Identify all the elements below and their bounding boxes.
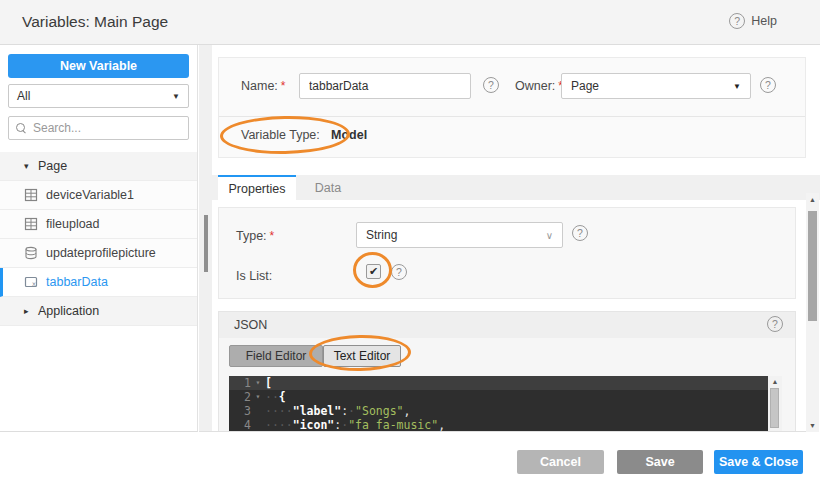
scroll-down-icon[interactable]: ▼ <box>806 422 819 429</box>
code-line: 4 ····"icon":·"fa fa-music", <box>229 418 768 432</box>
code-line: 1 ▾ [ <box>229 376 768 390</box>
sidebar-item-tabbardata[interactable]: x tabbarData <box>0 268 197 297</box>
json-code-editor[interactable]: 1 ▾ [ 2 ▾ ··{ 3 ····"label":·"Songs", 4 … <box>229 376 768 432</box>
help-label: Help <box>751 14 777 28</box>
tab-data[interactable]: Data <box>296 175 360 200</box>
type-value: String <box>366 228 397 242</box>
owner-value: Page <box>571 79 599 93</box>
content-bottom-border <box>199 431 806 432</box>
sidebar-item-application[interactable]: ▸ Application <box>0 297 197 326</box>
form-divider <box>219 116 805 117</box>
caret-down-icon: ▼ <box>172 92 180 101</box>
owner-help-icon[interactable]: ? <box>760 77 776 93</box>
save-close-button[interactable]: Save & Close <box>714 450 803 474</box>
panel-scrollbar[interactable] <box>199 45 212 432</box>
caret-down-icon: ▼ <box>733 82 741 91</box>
variables-dialog: Variables: Main Page ? Help New Variable… <box>0 0 820 487</box>
required-asterisk: * <box>281 79 286 93</box>
json-section-header: JSON ? <box>219 312 795 338</box>
grid-icon <box>24 217 38 231</box>
json-section: JSON ? Field Editor Text Editor 1 ▾ [ 2 … <box>218 311 796 432</box>
code-line: 3 ····"label":·"Songs", <box>229 404 768 418</box>
cancel-button[interactable]: Cancel <box>517 450 604 474</box>
grid-icon <box>24 188 38 202</box>
content-scrollbar[interactable]: ▲ ▼ <box>806 193 819 432</box>
fold-icon[interactable]: ▾ <box>251 376 265 390</box>
sidebar-item-updateprofilepicture[interactable]: updateprofilepicture <box>0 239 197 268</box>
help-icon: ? <box>729 13 745 29</box>
sidebar: New Variable All ▼ ▾ Page deviceVariable… <box>0 45 198 432</box>
variable-form-panel: Name:* ? Owner:* Page ▼ ? Variable Type:… <box>218 57 806 158</box>
tab-bar: Properties Data <box>212 175 820 200</box>
fold-icon[interactable]: ▾ <box>251 390 265 404</box>
variable-filter-select[interactable]: All ▼ <box>8 84 189 108</box>
tree-item-label: updateprofilepicture <box>46 246 156 260</box>
save-button[interactable]: Save <box>617 450 703 474</box>
is-list-label: Is List: <box>236 269 272 283</box>
svg-text:x: x <box>32 280 36 288</box>
tree-group-label: Application <box>38 304 99 318</box>
code-line: 2 ▾ ··{ <box>229 390 768 404</box>
scroll-up-icon[interactable]: ▲ <box>806 196 819 203</box>
field-editor-button[interactable]: Field Editor <box>229 345 323 367</box>
tree-item-label: fileupload <box>46 217 100 231</box>
check-icon: ✔ <box>369 265 378 278</box>
panel-scrollbar-thumb[interactable] <box>204 215 208 272</box>
variable-tree: ▾ Page deviceVariable1 fileupload update… <box>0 152 197 326</box>
name-input[interactable] <box>299 73 471 99</box>
owner-select[interactable]: Page ▼ <box>561 73 751 99</box>
search-icon <box>16 123 27 134</box>
search-input[interactable] <box>33 121 173 135</box>
required-asterisk: * <box>270 229 275 243</box>
json-help-icon[interactable]: ? <box>767 316 783 332</box>
type-help-icon[interactable]: ? <box>572 225 588 241</box>
sidebar-item-fileupload[interactable]: fileupload <box>0 210 197 239</box>
type-select[interactable]: String ∨ <box>356 222 563 248</box>
chevron-down-icon: ▾ <box>24 161 38 171</box>
sidebar-item-devicevariable1[interactable]: deviceVariable1 <box>0 181 197 210</box>
model-variable-icon: x <box>24 275 38 289</box>
tree-item-label: deviceVariable1 <box>46 188 134 202</box>
tree-item-label: tabbarData <box>46 275 108 289</box>
type-label: Type:* <box>236 229 274 243</box>
sidebar-item-page[interactable]: ▾ Page <box>0 152 197 181</box>
editor-scrollbar-thumb[interactable] <box>770 388 779 428</box>
tree-group-label: Page <box>38 159 67 173</box>
chevron-down-icon: ∨ <box>546 230 553 241</box>
properties-panel: Type:* String ∨ ? Is List: ✔ ? <box>218 207 796 299</box>
chevron-right-icon: ▸ <box>24 306 38 316</box>
help-button[interactable]: ? Help <box>729 13 777 29</box>
app-header: Variables: Main Page ? Help <box>0 0 820 45</box>
is-list-help-icon[interactable]: ? <box>391 264 407 280</box>
new-variable-button[interactable]: New Variable <box>8 54 189 78</box>
name-help-icon[interactable]: ? <box>483 77 499 93</box>
variable-type-label: Variable Type: <box>241 128 320 142</box>
text-editor-button[interactable]: Text Editor <box>323 345 401 367</box>
scroll-up-icon[interactable]: ▲ <box>768 378 782 385</box>
owner-label: Owner:* <box>515 79 563 93</box>
search-box <box>8 116 189 140</box>
is-list-checkbox[interactable]: ✔ <box>366 264 381 279</box>
content-scrollbar-thumb[interactable] <box>808 211 817 321</box>
editor-scrollbar[interactable]: ▲ <box>768 376 782 432</box>
variable-filter-value: All <box>17 89 30 103</box>
page-title: Variables: Main Page <box>22 13 168 31</box>
json-section-title: JSON <box>234 318 267 332</box>
variable-type-value: Model <box>331 128 367 142</box>
name-label: Name:* <box>241 79 286 93</box>
tab-properties[interactable]: Properties <box>218 175 296 200</box>
database-icon <box>24 246 38 260</box>
